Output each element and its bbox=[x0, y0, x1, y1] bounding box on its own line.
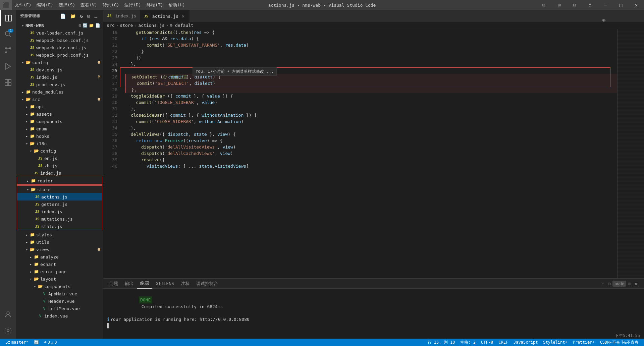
menu-select[interactable]: 选择(S) bbox=[56, 0, 78, 10]
list-item[interactable]: ▸ JS webpack.prod.conf.js bbox=[16, 51, 103, 59]
list-item[interactable]: ▸ JS zh.js bbox=[16, 162, 103, 169]
refresh-icon[interactable]: ↻ bbox=[79, 13, 85, 19]
list-item[interactable]: ▸ JS mutations.js bbox=[17, 215, 102, 223]
menu-edit[interactable]: 编辑(E) bbox=[34, 0, 56, 10]
menu-terminal[interactable]: 终端(T) bbox=[144, 0, 166, 10]
extensions-icon[interactable] bbox=[0, 74, 16, 91]
list-item[interactable]: ▾ 📂 config bbox=[16, 59, 103, 66]
list-item[interactable]: ▾ 📂 layout bbox=[16, 275, 103, 283]
settings-icon[interactable] bbox=[0, 323, 16, 339]
list-item[interactable]: ▸ 📁 enum bbox=[16, 125, 103, 132]
list-item[interactable]: ▸ 📁 assets bbox=[16, 110, 103, 118]
layout-icon[interactable]: ⊟ bbox=[536, 0, 551, 10]
list-item[interactable]: ▸ 📁 echart bbox=[16, 261, 103, 268]
list-item[interactable]: ▸ JS prod.env.js bbox=[16, 81, 103, 88]
layout2-icon[interactable]: ⊞ bbox=[551, 0, 567, 10]
list-item[interactable]: ▸ JS index.js bbox=[17, 208, 102, 215]
eol[interactable]: CRLF bbox=[496, 339, 511, 346]
list-item[interactable]: ▸ JS webpack.dev.conf.js bbox=[16, 44, 103, 51]
list-item[interactable]: ▸ JS dev.env.js bbox=[16, 66, 103, 73]
tab-comments[interactable]: 注释 bbox=[177, 279, 193, 289]
list-item[interactable]: ▸ 📁 api bbox=[16, 103, 103, 110]
list-item[interactable]: ▸ 📁 components bbox=[16, 118, 103, 125]
breadcrumb-symbol[interactable]: ⊕ default bbox=[170, 23, 193, 28]
list-item[interactable]: ▸ V AppMain.vue bbox=[16, 290, 103, 297]
search-activity-icon[interactable]: 1 bbox=[0, 26, 16, 42]
list-item[interactable]: ▸ JS index.js bbox=[16, 169, 103, 177]
list-item[interactable]: ▸ 📁 node_modules bbox=[16, 88, 103, 96]
spaces[interactable]: 空格: 2 bbox=[458, 339, 478, 346]
panel-content[interactable]: DONE Compiled successfully in 6824ms ℹ Y… bbox=[103, 289, 644, 333]
account-icon[interactable] bbox=[0, 306, 16, 323]
root-action-icon3[interactable]: 📁 bbox=[89, 23, 94, 28]
menu-help[interactable]: 帮助(H) bbox=[166, 0, 187, 10]
root-folder[interactable]: ▾ NMS-WEB ⊟ 🔄 📁 📄 bbox=[16, 22, 103, 29]
more-icon[interactable]: … bbox=[93, 13, 99, 19]
router-folder[interactable]: ▸ 📁 router bbox=[17, 177, 102, 184]
list-item[interactable]: ▸ JS getters.js bbox=[17, 200, 102, 208]
list-item[interactable]: ▸ JS vue-loader.conf.js bbox=[16, 29, 103, 37]
list-item[interactable]: ▾ 📂 src bbox=[16, 96, 103, 103]
list-item[interactable]: ▾ 📂 config bbox=[16, 147, 103, 155]
formatter[interactable]: Stylelint+ bbox=[540, 339, 570, 346]
tab-index-js[interactable]: JS index.js bbox=[103, 10, 140, 22]
list-item[interactable]: ▾ 📂 components bbox=[16, 283, 103, 290]
tab-output[interactable]: 输出 bbox=[121, 279, 137, 289]
close-button[interactable]: ✕ bbox=[629, 0, 644, 10]
code-editor[interactable]: getCommonDicts().then(res => { if (res &… bbox=[120, 29, 617, 278]
git-branch[interactable]: ⎇ master* bbox=[3, 339, 31, 346]
editor-container[interactable]: 19 20 21 22 23 24 25 26 27 28 29 30 31 3… bbox=[103, 29, 644, 278]
tab-gitlens[interactable]: GITLENS bbox=[152, 279, 177, 289]
root-action-icon2[interactable]: 🔄 bbox=[83, 23, 88, 28]
menu-goto[interactable]: 转到(G) bbox=[100, 0, 122, 10]
layout3-icon[interactable]: ⊟ bbox=[567, 0, 582, 10]
close-panel-icon[interactable]: ✕ bbox=[633, 280, 639, 287]
menu-file[interactable]: 文件(F) bbox=[12, 0, 34, 10]
list-item[interactable]: ▸ 📁 error-page bbox=[16, 268, 103, 275]
list-item[interactable]: ▸ 📁 utils bbox=[16, 238, 103, 246]
new-terminal-icon[interactable]: + bbox=[600, 280, 605, 287]
kill-terminal-icon[interactable]: node bbox=[612, 281, 626, 287]
tab-terminal[interactable]: 终端 bbox=[137, 279, 152, 289]
list-item[interactable]: ▾ 📂 i18n bbox=[16, 140, 103, 147]
list-item[interactable]: ▸ 📁 analyze bbox=[16, 253, 103, 261]
actions-file[interactable]: ▸ JS actions.js bbox=[17, 193, 102, 200]
close-tab-icon[interactable]: ✕ bbox=[180, 13, 186, 19]
gear-icon[interactable]: ⚙ bbox=[582, 0, 598, 10]
menu-view[interactable]: 查看(V) bbox=[78, 0, 100, 10]
cursor-position[interactable]: 行 25, 列 10 bbox=[425, 339, 458, 346]
list-item[interactable]: ▸ JS state.js bbox=[17, 223, 102, 230]
source-control-icon[interactable] bbox=[0, 42, 16, 58]
collapse-icon[interactable]: ⊟ bbox=[86, 13, 92, 19]
list-item[interactable]: ▸ 📁 styles bbox=[16, 231, 103, 238]
root-action-icon1[interactable]: ⊟ bbox=[79, 23, 81, 28]
list-item[interactable]: ▸ V LeftMenu.vue bbox=[16, 305, 103, 312]
tab-debug-console[interactable]: 调试控制台 bbox=[193, 279, 221, 289]
breadcrumb-src[interactable]: src bbox=[107, 23, 114, 28]
menu-run[interactable]: 运行(D) bbox=[122, 0, 144, 10]
store-folder[interactable]: ▾ 📂 store bbox=[17, 186, 102, 193]
maximize-button[interactable]: □ bbox=[613, 0, 629, 10]
list-item[interactable]: ▸ 📁 hooks bbox=[16, 132, 103, 140]
root-action-icon4[interactable]: 📄 bbox=[95, 23, 100, 28]
minimap[interactable] bbox=[617, 29, 644, 278]
list-item[interactable]: ▸ V index.vue bbox=[16, 312, 103, 320]
errors-button[interactable]: ⊗ 0 ⚠ 0 bbox=[42, 339, 60, 346]
maximize-panel-icon[interactable]: ⊞ bbox=[627, 280, 632, 287]
list-item[interactable]: ▸ JS index.js M bbox=[16, 73, 103, 81]
run-icon[interactable] bbox=[0, 58, 16, 74]
list-item[interactable]: ▸ JS webpack.base.conf.js bbox=[16, 37, 103, 44]
list-item[interactable]: ▸ V Header.vue bbox=[16, 297, 103, 305]
language-mode[interactable]: JavaScript bbox=[511, 339, 540, 346]
breadcrumb-store[interactable]: store bbox=[120, 23, 133, 28]
tab-actions-js[interactable]: JS actions.js ✕ bbox=[140, 10, 190, 22]
minimize-button[interactable]: ─ bbox=[598, 0, 613, 10]
list-item[interactable]: ▾ 📂 views bbox=[16, 246, 103, 253]
tab-problems[interactable]: 问题 bbox=[106, 279, 121, 289]
breadcrumb-file[interactable]: actions.js bbox=[138, 23, 164, 28]
split-terminal-icon[interactable]: ⊟ bbox=[606, 280, 612, 287]
encoding[interactable]: UTF-8 bbox=[478, 339, 496, 346]
prettier[interactable]: Prettier+ bbox=[570, 339, 597, 346]
explorer-icon[interactable] bbox=[0, 10, 16, 26]
new-file-icon[interactable]: 📄 bbox=[59, 13, 67, 19]
